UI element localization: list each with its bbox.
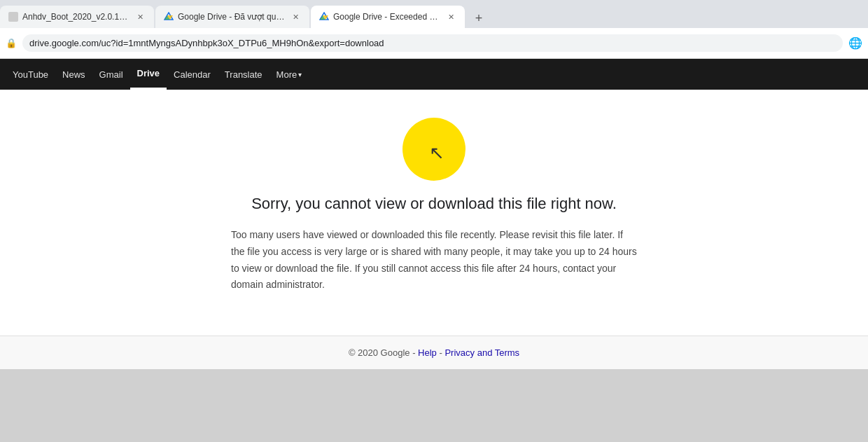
copyright-text: © 2020 Google - [349, 347, 416, 358]
google-nav: YouTube News Gmail Drive Calendar Transl… [0, 59, 868, 90]
help-link[interactable]: Help [418, 347, 437, 358]
error-title: Sorry, you cannot view or download this … [251, 195, 617, 213]
footer-separator: - [439, 347, 442, 358]
tab-1[interactable]: Anhdv_Boot_2020_v2.0.1_Bui ✕ [0, 6, 154, 28]
tab-3[interactable]: Google Drive - Exceeded quo ✕ [311, 6, 465, 28]
nav-item-youtube[interactable]: YouTube [6, 59, 55, 90]
tab-1-favicon [8, 12, 18, 22]
nav-item-gmail[interactable]: Gmail [92, 59, 130, 90]
nav-item-more[interactable]: More ▾ [270, 59, 309, 90]
nav-more-label: More [276, 69, 298, 80]
svg-rect-0 [8, 12, 18, 22]
lock-icon: 🔒 [6, 38, 17, 48]
tab-2-close[interactable]: ✕ [290, 11, 301, 22]
tab-1-title: Anhdv_Boot_2020_v2.0.1_Bui [22, 12, 130, 22]
tab-2-title: Google Drive - Đã vượt quá d [178, 12, 286, 22]
tab-3-favicon [319, 12, 329, 22]
error-body: Too many users have viewed or downloaded… [217, 227, 651, 293]
main-content: ↖ Sorry, you cannot view or download thi… [0, 90, 868, 369]
warning-circle: ↖ [402, 118, 465, 181]
privacy-terms-link[interactable]: Privacy and Terms [444, 347, 519, 358]
browser-chrome: Anhdv_Boot_2020_v2.0.1_Bui ✕ Google Driv… [0, 0, 868, 59]
page-footer: © 2020 Google - Help - Privacy and Terms [0, 336, 868, 369]
url-input[interactable]: drive.google.com/uc?id=1mntMyngsADynhbpk… [22, 34, 843, 52]
nav-item-drive[interactable]: Drive [130, 59, 167, 90]
tab-2-favicon [164, 12, 174, 22]
nav-item-calendar[interactable]: Calendar [167, 59, 218, 90]
nav-item-translate[interactable]: Translate [218, 59, 270, 90]
new-tab-button[interactable]: + [469, 8, 489, 28]
tab-3-close[interactable]: ✕ [445, 11, 456, 22]
tab-bar: Anhdv_Boot_2020_v2.0.1_Bui ✕ Google Driv… [0, 0, 868, 28]
nav-item-news[interactable]: News [55, 59, 92, 90]
tab-1-close[interactable]: ✕ [134, 11, 146, 22]
address-bar: 🔒 drive.google.com/uc?id=1mntMyngsADynhb… [0, 28, 868, 59]
tab-3-title: Google Drive - Exceeded quo [333, 12, 441, 22]
translate-icon[interactable]: 🌐 [848, 36, 862, 50]
page-footer-wrapper: © 2020 Google - Help - Privacy and Terms [0, 336, 868, 369]
tab-2[interactable]: Google Drive - Đã vượt quá d ✕ [155, 6, 309, 28]
bottom-gray-area [0, 369, 868, 442]
cursor-icon: ↖ [429, 142, 444, 164]
chevron-down-icon: ▾ [298, 71, 302, 78]
